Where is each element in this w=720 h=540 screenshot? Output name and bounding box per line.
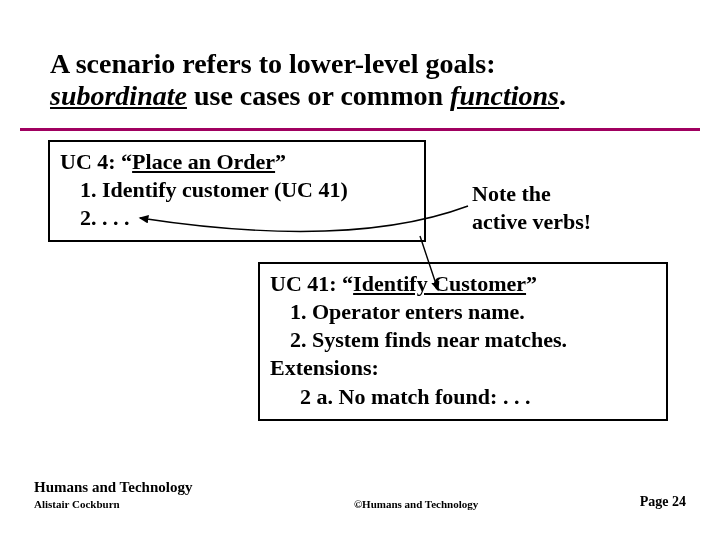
footer-page: Page 24 <box>640 494 686 510</box>
uc41-step-1: 1. Operator enters name. <box>270 298 656 326</box>
uc4-header: UC 4: “Place an Order” <box>60 148 414 176</box>
title-word-functions: functions <box>450 80 559 111</box>
title-mid: use cases or common <box>187 80 450 111</box>
uc41-extension-2a: 2 a. No match found: . . . <box>270 383 656 411</box>
uc4-header-prefix: UC 4: “ <box>60 149 132 174</box>
horizontal-rule <box>20 128 700 131</box>
slide: A scenario refers to lower-level goals: … <box>0 0 720 540</box>
title-line-2: subordinate use cases or common function… <box>50 80 670 112</box>
footer-left: Humans and Technology Alistair Cockburn <box>34 479 192 510</box>
uc4-header-suffix: ” <box>275 149 286 174</box>
uc4-step-2: 2. . . . <box>60 204 414 232</box>
uc4-header-title: Place an Order <box>132 149 275 174</box>
footer-author: Alistair Cockburn <box>34 498 192 510</box>
uc41-step-2: 2. System finds near matches. <box>270 326 656 354</box>
uc41-extensions-label: Extensions: <box>270 354 656 382</box>
usecase-box-4: UC 4: “Place an Order” 1. Identify custo… <box>48 140 426 242</box>
footer-copyright: ©Humans and Technology <box>192 498 639 510</box>
title-word-subordinate: subordinate <box>50 80 187 111</box>
uc41-header-suffix: ” <box>526 271 537 296</box>
title-line-1: A scenario refers to lower-level goals: <box>50 48 670 80</box>
slide-title: A scenario refers to lower-level goals: … <box>50 48 670 112</box>
note-active-verbs: Note the active verbs! <box>472 180 672 235</box>
title-suffix: . <box>559 80 566 111</box>
uc41-header-prefix: UC 41: “ <box>270 271 353 296</box>
note-line-2: active verbs! <box>472 208 672 236</box>
footer: Humans and Technology Alistair Cockburn … <box>34 479 686 510</box>
uc4-step-1: 1. Identify customer (UC 41) <box>60 176 414 204</box>
uc41-header: UC 41: “Identify Customer” <box>270 270 656 298</box>
usecase-box-41: UC 41: “Identify Customer” 1. Operator e… <box>258 262 668 421</box>
uc41-header-title: Identify Customer <box>353 271 526 296</box>
footer-org: Humans and Technology <box>34 479 192 496</box>
note-line-1: Note the <box>472 180 672 208</box>
